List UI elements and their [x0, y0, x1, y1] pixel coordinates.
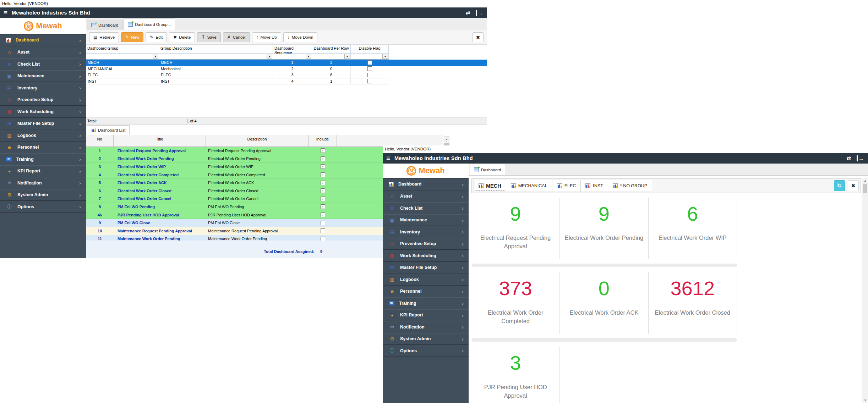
sidebar-item-preventive-setup[interactable]: ◷ Preventive Setup ›: [383, 238, 469, 250]
tab-dashboard[interactable]: Dashboard: [87, 20, 122, 30]
table-row[interactable]: ELEC ELEC 3 8: [86, 72, 487, 78]
save-button[interactable]: ↧ Save: [197, 32, 220, 42]
sidebar-item-asset[interactable]: ⌂ Asset ›: [0, 46, 86, 59]
edit-button[interactable]: ✎ Edit: [146, 32, 167, 42]
scroll-up-icon[interactable]: ▲: [444, 136, 449, 142]
tab-dashboard-list[interactable]: Dashboard List: [87, 125, 130, 135]
sidebar-item-inventory[interactable]: ▤ Inventory ›: [0, 82, 86, 94]
column-header-dashboard-per-row[interactable]: Dashboard Per Row: [312, 45, 351, 54]
sidebar-item-training[interactable]: ID Training ›: [383, 297, 469, 309]
group-tab-elec[interactable]: ELEC: [552, 180, 581, 192]
table-row[interactable]: MECH MECH 1 3: [86, 60, 487, 66]
sidebar-item-asset[interactable]: ⌂ Asset ›: [383, 191, 469, 203]
include-checkbox[interactable]: ✓: [321, 181, 325, 185]
include-checkbox[interactable]: ✓: [321, 204, 325, 209]
include-checkbox[interactable]: ✓: [321, 164, 325, 169]
dashboard-card-electrical-work-order-closed[interactable]: 3612 Electrical Work Order Closed: [649, 272, 737, 334]
filter-dropdown-icon[interactable]: ▼: [153, 54, 158, 59]
disable-flag-checkbox[interactable]: [367, 60, 372, 65]
close-tab-button[interactable]: ✖: [848, 180, 859, 191]
column-header-group-description[interactable]: Group Description: [159, 45, 273, 54]
sidebar-item-logbook[interactable]: ▥ Logbook ›: [0, 129, 86, 142]
include-checkbox[interactable]: ✓: [321, 188, 325, 193]
sidebar-item-work-scheduling[interactable]: ▦ Work Scheduling ›: [0, 106, 86, 118]
dashboard-card-pjr-pending-user-hod-approval[interactable]: 3 PJR Pending User HOD Approval: [471, 347, 560, 403]
sidebar-item-personnel[interactable]: ☻ Personnel ›: [383, 286, 469, 298]
include-checkbox[interactable]: [321, 221, 325, 225]
scrollbar-thumb[interactable]: [863, 184, 867, 193]
tab-dashboard-group[interactable]: Dashboard Group...: [124, 18, 175, 30]
sidebar-item-notification[interactable]: ✉ Notification ›: [383, 321, 469, 333]
move-down-button[interactable]: ↓ Move Down: [283, 32, 318, 42]
sidebar-item-kpi-report[interactable]: ◕ KPI Report ›: [383, 309, 469, 321]
filter-dropdown-icon[interactable]: ▼: [382, 54, 388, 59]
sidebar-item-system-admin[interactable]: ⚙ System Admin ›: [383, 333, 469, 345]
retrieve-button[interactable]: ▤ Retrieve: [89, 32, 119, 42]
sidebar-item-work-scheduling[interactable]: ▦ Work Scheduling ›: [383, 250, 469, 262]
sidebar-item-kpi-report[interactable]: ◕ KPI Report ›: [0, 165, 86, 177]
column-header-title[interactable]: Title: [114, 135, 206, 147]
group-tab-no-group[interactable]: * NO GROUP: [608, 180, 652, 192]
vertical-scrollbar[interactable]: ▲ ▼: [862, 178, 868, 403]
filter-dropdown-icon[interactable]: ▼: [306, 54, 311, 59]
table-row[interactable]: MECHANICAL Mechanical 2 0: [86, 66, 487, 72]
sidebar-item-system-admin[interactable]: ⚙ System Admin ›: [0, 189, 86, 201]
sidebar-item-personnel[interactable]: ☻ Personnel ›: [0, 142, 86, 154]
hamburger-menu-icon[interactable]: ≡: [4, 9, 7, 17]
new-button[interactable]: ✎ New: [121, 32, 143, 42]
include-checkbox[interactable]: ✓: [321, 212, 325, 217]
sidebar-item-dashboard[interactable]: Dashboard ›: [0, 34, 86, 46]
switch-window-icon[interactable]: ⇄: [846, 155, 851, 161]
refresh-button[interactable]: ↻: [834, 180, 845, 191]
include-checkbox[interactable]: ✓: [321, 197, 325, 201]
include-checkbox[interactable]: [321, 228, 325, 233]
sidebar-item-maintenance[interactable]: ▣ Maintenance ›: [383, 214, 469, 226]
sidebar-item-options[interactable]: ⓘ Options ›: [0, 201, 86, 213]
sidebar-item-options[interactable]: ⓘ Options ›: [383, 345, 469, 357]
include-checkbox[interactable]: ✓: [321, 156, 325, 161]
column-header-disable-flag[interactable]: Disable Flag: [351, 45, 389, 54]
scroll-down-icon[interactable]: ▼: [862, 399, 868, 402]
sidebar-item-check-list[interactable]: ≡ Check List ›: [383, 202, 469, 214]
sidebar-item-preventive-setup[interactable]: ◷ Preventive Setup ›: [0, 94, 86, 106]
hamburger-menu-icon[interactable]: ≡: [386, 154, 390, 162]
move-up-button[interactable]: ↑ Move Up: [252, 32, 281, 42]
column-header-description[interactable]: Description: [206, 135, 309, 147]
column-header-include[interactable]: Include: [309, 135, 337, 147]
tab-dashboard[interactable]: Dashboard: [470, 164, 505, 175]
sidebar-item-logbook[interactable]: ▥ Logbook ›: [383, 274, 469, 286]
group-tab-mechanical[interactable]: MECHANICAL: [506, 180, 552, 192]
sidebar-item-master-file-setup[interactable]: ⊞ Master File Setup ›: [383, 262, 469, 274]
switch-window-icon[interactable]: ⇄: [465, 10, 470, 16]
group-tab-mech[interactable]: MECH: [474, 180, 506, 192]
dashboard-card-electrical-request-pending-approval[interactable]: 9 Electrical Request Pending Approval: [471, 198, 560, 259]
dashboard-card-electrical-work-order-pending[interactable]: 9 Electrical Work Order Pending: [560, 198, 648, 259]
dashboard-card-electrical-work-order-ack[interactable]: 0 Electrical Work Order ACK: [560, 272, 648, 334]
filter-dropdown-icon[interactable]: ▼: [344, 54, 350, 59]
scroll-up-icon[interactable]: ▲: [862, 179, 868, 182]
group-tab-inst[interactable]: INST: [580, 180, 608, 192]
sidebar-item-training[interactable]: ID Training ›: [0, 153, 86, 165]
sidebar-item-dashboard[interactable]: Dashboard ›: [383, 178, 469, 191]
logout-icon[interactable]: →: [476, 10, 483, 16]
column-header-dashboard-sequence[interactable]: Dashboard Sequence: [273, 45, 312, 54]
filter-dropdown-icon[interactable]: ▼: [267, 54, 272, 59]
sidebar-item-inventory[interactable]: ▤ Inventory ›: [383, 226, 469, 238]
cancel-button[interactable]: ✗ Cancel: [223, 32, 250, 42]
column-header-no[interactable]: No: [86, 135, 114, 147]
table-row[interactable]: INST INST 4 1: [86, 78, 487, 85]
dashboard-card-electrical-work-order-completed[interactable]: 373 Electrical Work Order Completed: [471, 272, 560, 334]
disable-flag-checkbox[interactable]: [367, 73, 372, 77]
include-checkbox[interactable]: ✓: [321, 172, 325, 177]
logout-icon[interactable]: →: [857, 155, 864, 161]
disable-flag-checkbox[interactable]: [367, 66, 372, 71]
disable-flag-checkbox[interactable]: [367, 79, 372, 83]
sidebar-item-maintenance[interactable]: ▣ Maintenance ›: [0, 70, 86, 82]
sidebar-item-check-list[interactable]: ≡ Check List ›: [0, 58, 86, 70]
include-checkbox[interactable]: ✓: [321, 148, 325, 153]
column-header-dashboard-group[interactable]: Dashboard Group: [86, 45, 159, 54]
delete-button[interactable]: ✖ Delete: [169, 32, 195, 42]
close-tab-button[interactable]: ✖: [473, 32, 484, 42]
sidebar-item-master-file-setup[interactable]: ⊞ Master File Setup ›: [0, 118, 86, 130]
dashboard-card-electrical-work-order-wip[interactable]: 6 Electrical Work Order WIP: [649, 198, 737, 259]
